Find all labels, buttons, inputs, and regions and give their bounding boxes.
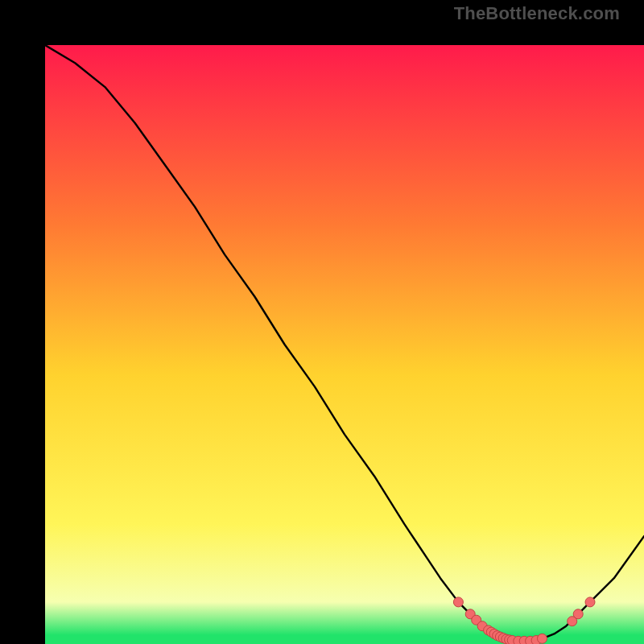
optimal-marker (453, 597, 463, 607)
optimal-marker (538, 634, 547, 643)
optimal-marker (585, 597, 595, 607)
chart-svg (45, 45, 644, 644)
gradient-bg (45, 45, 644, 644)
plot-frame (23, 23, 621, 621)
optimal-marker (573, 609, 583, 619)
watermark-text: TheBottleneck.com (454, 3, 620, 24)
